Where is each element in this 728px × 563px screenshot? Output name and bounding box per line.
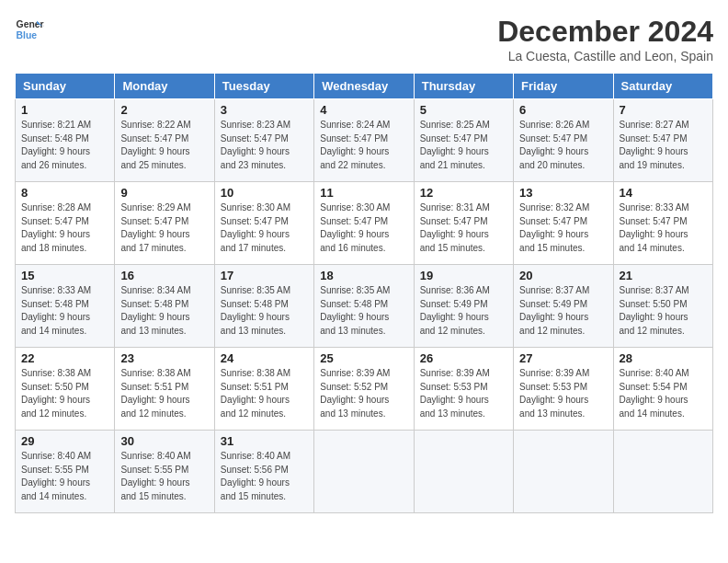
day-info: Sunrise: 8:34 AM Sunset: 5:48 PM Dayligh… (120, 284, 208, 338)
day-info: Sunrise: 8:31 AM Sunset: 5:47 PM Dayligh… (420, 201, 507, 255)
day-number: 3 (221, 103, 308, 117)
day-info: Sunrise: 8:23 AM Sunset: 5:47 PM Dayligh… (221, 119, 308, 172)
calendar-cell: 6Sunrise: 8:26 AM Sunset: 5:47 PM Daylig… (514, 99, 613, 182)
calendar-cell: 17Sunrise: 8:35 AM Sunset: 5:48 PM Dayli… (214, 265, 313, 348)
day-info: Sunrise: 8:38 AM Sunset: 5:50 PM Dayligh… (21, 367, 108, 420)
calendar-cell: 30Sunrise: 8:40 AM Sunset: 5:55 PM Dayli… (115, 431, 214, 513)
calendar-cell: 23Sunrise: 8:38 AM Sunset: 5:51 PM Dayli… (115, 348, 214, 431)
day-info: Sunrise: 8:39 AM Sunset: 5:52 PM Dayligh… (320, 367, 407, 420)
day-number: 7 (620, 103, 707, 117)
day-number: 13 (519, 186, 607, 200)
day-info: Sunrise: 8:37 AM Sunset: 5:50 PM Dayligh… (620, 284, 707, 338)
calendar-cell: 15Sunrise: 8:33 AM Sunset: 5:48 PM Dayli… (16, 265, 115, 348)
calendar-cell: 25Sunrise: 8:39 AM Sunset: 5:52 PM Dayli… (314, 348, 414, 431)
calendar-cell: 29Sunrise: 8:40 AM Sunset: 5:55 PM Dayli… (16, 431, 115, 513)
svg-text:Blue: Blue (17, 30, 38, 40)
day-number: 5 (420, 103, 507, 117)
calendar-cell (613, 431, 712, 513)
week-row-1: 1Sunrise: 8:21 AM Sunset: 5:48 PM Daylig… (16, 99, 713, 182)
day-number: 14 (620, 186, 707, 200)
day-number: 12 (420, 186, 507, 200)
calendar-cell: 4Sunrise: 8:24 AM Sunset: 5:47 PM Daylig… (314, 99, 414, 182)
calendar-cell: 3Sunrise: 8:23 AM Sunset: 5:47 PM Daylig… (214, 99, 313, 182)
day-info: Sunrise: 8:28 AM Sunset: 5:47 PM Dayligh… (21, 201, 108, 255)
header-sunday: Sunday (16, 74, 115, 99)
day-info: Sunrise: 8:33 AM Sunset: 5:48 PM Dayligh… (21, 284, 108, 338)
calendar-cell: 28Sunrise: 8:40 AM Sunset: 5:54 PM Dayli… (613, 348, 712, 431)
day-number: 22 (21, 351, 108, 365)
day-number: 18 (320, 269, 407, 282)
calendar-cell: 22Sunrise: 8:38 AM Sunset: 5:50 PM Dayli… (16, 348, 115, 431)
day-number: 26 (420, 351, 507, 365)
week-row-2: 8Sunrise: 8:28 AM Sunset: 5:47 PM Daylig… (16, 182, 713, 265)
day-number: 25 (320, 351, 407, 365)
header-thursday: Thursday (414, 74, 513, 99)
day-number: 2 (120, 103, 208, 117)
day-info: Sunrise: 8:40 AM Sunset: 5:55 PM Dayligh… (21, 450, 108, 503)
calendar-cell (414, 431, 513, 513)
day-info: Sunrise: 8:39 AM Sunset: 5:53 PM Dayligh… (420, 367, 507, 420)
day-number: 28 (620, 351, 707, 365)
day-number: 11 (320, 186, 407, 200)
day-info: Sunrise: 8:38 AM Sunset: 5:51 PM Dayligh… (120, 367, 208, 420)
day-info: Sunrise: 8:35 AM Sunset: 5:48 PM Dayligh… (320, 284, 407, 338)
month-title: December 2024 (497, 15, 713, 49)
day-number: 10 (221, 186, 308, 200)
day-number: 4 (320, 103, 407, 117)
calendar-cell: 7Sunrise: 8:27 AM Sunset: 5:47 PM Daylig… (613, 99, 712, 182)
day-number: 15 (21, 269, 108, 282)
calendar-cell: 12Sunrise: 8:31 AM Sunset: 5:47 PM Dayli… (414, 182, 513, 265)
calendar-cell: 21Sunrise: 8:37 AM Sunset: 5:50 PM Dayli… (613, 265, 712, 348)
day-number: 24 (221, 351, 308, 365)
header-friday: Friday (514, 74, 613, 99)
calendar-cell: 8Sunrise: 8:28 AM Sunset: 5:47 PM Daylig… (16, 182, 115, 265)
calendar-cell: 5Sunrise: 8:25 AM Sunset: 5:47 PM Daylig… (414, 99, 513, 182)
day-info: Sunrise: 8:40 AM Sunset: 5:54 PM Dayligh… (620, 367, 707, 420)
day-info: Sunrise: 8:30 AM Sunset: 5:47 PM Dayligh… (221, 201, 308, 255)
calendar-cell: 13Sunrise: 8:32 AM Sunset: 5:47 PM Dayli… (514, 182, 613, 265)
day-number: 30 (120, 434, 208, 448)
header-saturday: Saturday (613, 74, 712, 99)
day-info: Sunrise: 8:27 AM Sunset: 5:47 PM Dayligh… (620, 119, 707, 172)
day-info: Sunrise: 8:25 AM Sunset: 5:47 PM Dayligh… (420, 119, 507, 172)
calendar-cell: 24Sunrise: 8:38 AM Sunset: 5:51 PM Dayli… (214, 348, 313, 431)
page-header: General Blue December 2024 La Cuesta, Ca… (15, 15, 713, 63)
day-number: 20 (519, 269, 607, 282)
day-info: Sunrise: 8:21 AM Sunset: 5:48 PM Dayligh… (21, 119, 108, 172)
day-number: 8 (21, 186, 108, 200)
logo: General Blue (15, 15, 44, 44)
calendar-cell: 27Sunrise: 8:39 AM Sunset: 5:53 PM Dayli… (514, 348, 613, 431)
title-block: December 2024 La Cuesta, Castille and Le… (497, 15, 713, 63)
day-info: Sunrise: 8:36 AM Sunset: 5:49 PM Dayligh… (420, 284, 507, 338)
day-info: Sunrise: 8:39 AM Sunset: 5:53 PM Dayligh… (519, 367, 607, 420)
day-number: 29 (21, 434, 108, 448)
day-info: Sunrise: 8:29 AM Sunset: 5:47 PM Dayligh… (120, 201, 208, 255)
calendar-cell: 2Sunrise: 8:22 AM Sunset: 5:47 PM Daylig… (115, 99, 214, 182)
day-number: 9 (120, 186, 208, 200)
day-number: 31 (221, 434, 308, 448)
day-number: 16 (120, 269, 208, 282)
week-row-3: 15Sunrise: 8:33 AM Sunset: 5:48 PM Dayli… (16, 265, 713, 348)
day-info: Sunrise: 8:35 AM Sunset: 5:48 PM Dayligh… (221, 284, 308, 338)
calendar-cell: 11Sunrise: 8:30 AM Sunset: 5:47 PM Dayli… (314, 182, 414, 265)
logo-icon: General Blue (15, 15, 44, 44)
calendar-cell: 20Sunrise: 8:37 AM Sunset: 5:49 PM Dayli… (514, 265, 613, 348)
calendar-cell (514, 431, 613, 513)
calendar-header-row: SundayMondayTuesdayWednesdayThursdayFrid… (16, 74, 713, 99)
day-info: Sunrise: 8:40 AM Sunset: 5:55 PM Dayligh… (120, 450, 208, 503)
day-number: 6 (519, 103, 607, 117)
week-row-5: 29Sunrise: 8:40 AM Sunset: 5:55 PM Dayli… (16, 431, 713, 513)
calendar-cell: 9Sunrise: 8:29 AM Sunset: 5:47 PM Daylig… (115, 182, 214, 265)
day-number: 1 (21, 103, 108, 117)
header-tuesday: Tuesday (214, 74, 313, 99)
calendar-cell: 14Sunrise: 8:33 AM Sunset: 5:47 PM Dayli… (613, 182, 712, 265)
day-info: Sunrise: 8:26 AM Sunset: 5:47 PM Dayligh… (519, 119, 607, 172)
day-info: Sunrise: 8:37 AM Sunset: 5:49 PM Dayligh… (519, 284, 607, 338)
calendar-cell: 16Sunrise: 8:34 AM Sunset: 5:48 PM Dayli… (115, 265, 214, 348)
calendar-body: 1Sunrise: 8:21 AM Sunset: 5:48 PM Daylig… (16, 99, 713, 513)
day-number: 21 (620, 269, 707, 282)
calendar-cell: 31Sunrise: 8:40 AM Sunset: 5:56 PM Dayli… (214, 431, 313, 513)
calendar-cell: 18Sunrise: 8:35 AM Sunset: 5:48 PM Dayli… (314, 265, 414, 348)
day-info: Sunrise: 8:30 AM Sunset: 5:47 PM Dayligh… (320, 201, 407, 255)
header-monday: Monday (115, 74, 214, 99)
